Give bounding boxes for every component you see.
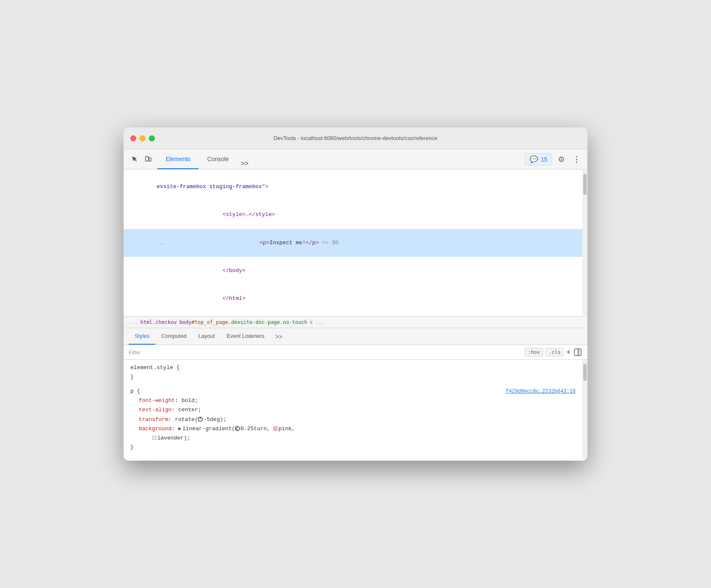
- html-line: evsite-framebox staging-framebox">: [124, 173, 582, 201]
- notification-badge[interactable]: 💬 15: [525, 153, 552, 165]
- tab-computed[interactable]: Computed: [155, 328, 192, 345]
- pink-swatch[interactable]: [273, 426, 277, 431]
- more-options-icon[interactable]: ⋮: [571, 154, 582, 165]
- html-line: </body>: [124, 257, 582, 285]
- tab-styles[interactable]: Styles: [129, 328, 155, 345]
- cls-button[interactable]: .cls: [546, 348, 564, 356]
- tab-layout[interactable]: Layout: [192, 328, 221, 345]
- breadcrumb-html[interactable]: html.checkov: [140, 319, 177, 325]
- p-rule-closing: }: [130, 443, 576, 452]
- html-pane-wrap: evsite-framebox staging-framebox"> <styl…: [124, 170, 587, 317]
- html-line: <style>…</style>: [124, 201, 582, 229]
- device-toolbar-icon[interactable]: [142, 154, 154, 165]
- title-bar: DevTools - localhost:8080/web/tools/chro…: [124, 127, 587, 149]
- css-property-font-weight: font-weight: bold;: [130, 396, 576, 405]
- main-content: element.style { } p { f429d9ecc6c…2232b6…: [124, 360, 587, 461]
- element-style-rule: element.style { }: [130, 363, 576, 382]
- html-line: </html>: [124, 285, 582, 313]
- breadcrumb-bar: ... html.checkov body#top_of_page.devsit…: [124, 317, 587, 328]
- add-style-button[interactable]: +: [566, 348, 571, 356]
- lavender-swatch[interactable]: [152, 436, 156, 440]
- svg-rect-0: [145, 156, 148, 161]
- filter-input[interactable]: [129, 349, 522, 356]
- angle-icon[interactable]: [198, 417, 203, 422]
- styles-tabs: Styles Computed Layout Event Listeners >…: [124, 328, 587, 345]
- traffic-lights: [130, 135, 155, 141]
- hov-button[interactable]: :hov: [525, 348, 543, 356]
- breadcrumb-dots: ...: [129, 319, 138, 325]
- devtools-window: DevTools - localhost:8080/web/tools/chro…: [124, 127, 587, 461]
- gradient-icon[interactable]: [235, 426, 240, 431]
- window-title: DevTools - localhost:8080/web/tools/chro…: [274, 135, 438, 141]
- settings-icon[interactable]: ⚙: [555, 154, 567, 165]
- styles-area: element.style { } p { f429d9ecc6c…2232b6…: [124, 360, 582, 461]
- element-style-closing: }: [130, 372, 576, 382]
- close-button[interactable]: [130, 135, 136, 141]
- more-tabs-button[interactable]: >>: [237, 158, 252, 169]
- more-styles-tabs[interactable]: >>: [272, 332, 285, 342]
- vertical-scrollbar[interactable]: [582, 360, 587, 461]
- source-link[interactable]: f429d9ecc6c…2232b642:16: [506, 387, 576, 396]
- filter-bar: :hov .cls +: [124, 345, 587, 360]
- toggle-sidebar-button[interactable]: [573, 348, 582, 357]
- css-property-text-align: text-align: center;: [130, 405, 576, 415]
- filter-buttons: :hov .cls +: [525, 348, 582, 357]
- chat-icon: 💬: [530, 155, 538, 163]
- toolbar-icon-group: [129, 154, 154, 165]
- devtools-toolbar: Elements Console >> 💬 15 ⚙ ⋮: [124, 149, 587, 170]
- html-scrollbar[interactable]: [582, 170, 587, 317]
- css-background-continuation: lavender);: [130, 434, 576, 443]
- svg-rect-3: [578, 349, 581, 356]
- notification-count: 15: [541, 156, 547, 163]
- breadcrumb-body[interactable]: body#top_of_page.devsite-doc-page.no-tou…: [179, 319, 307, 325]
- breadcrumb-extra: c: [310, 319, 313, 325]
- inspect-icon[interactable]: [129, 154, 140, 165]
- html-pane: evsite-framebox staging-framebox"> <styl…: [124, 170, 582, 317]
- p-rule: p { f429d9ecc6c…2232b642:16 font-weight:…: [130, 387, 576, 452]
- css-property-background: background: ▶linear-gradient(0.25turn, p…: [130, 424, 576, 434]
- maximize-button[interactable]: [149, 135, 155, 141]
- tab-console[interactable]: Console: [199, 149, 237, 169]
- svg-rect-1: [149, 158, 151, 161]
- html-scrollbar-thumb: [583, 174, 587, 195]
- scrollbar-thumb: [583, 364, 587, 381]
- toolbar-right: 💬 15 ⚙ ⋮: [525, 153, 582, 165]
- html-line-selected[interactable]: ... <p>Inspect me!</p> == $0: [124, 229, 582, 257]
- breadcrumb-ellipsis: ...: [315, 319, 325, 325]
- expand-background-arrow[interactable]: ▶: [178, 426, 182, 432]
- toolbar-tabs: Elements Console >>: [157, 149, 252, 169]
- p-rule-header: p { f429d9ecc6c…2232b642:16: [130, 387, 576, 396]
- tab-elements[interactable]: Elements: [157, 149, 199, 169]
- tab-event-listeners[interactable]: Event Listeners: [221, 328, 270, 345]
- element-style-selector: element.style {: [130, 363, 576, 372]
- minimize-button[interactable]: [140, 135, 145, 141]
- css-property-transform: transform: rotate(-5deg);: [130, 415, 576, 424]
